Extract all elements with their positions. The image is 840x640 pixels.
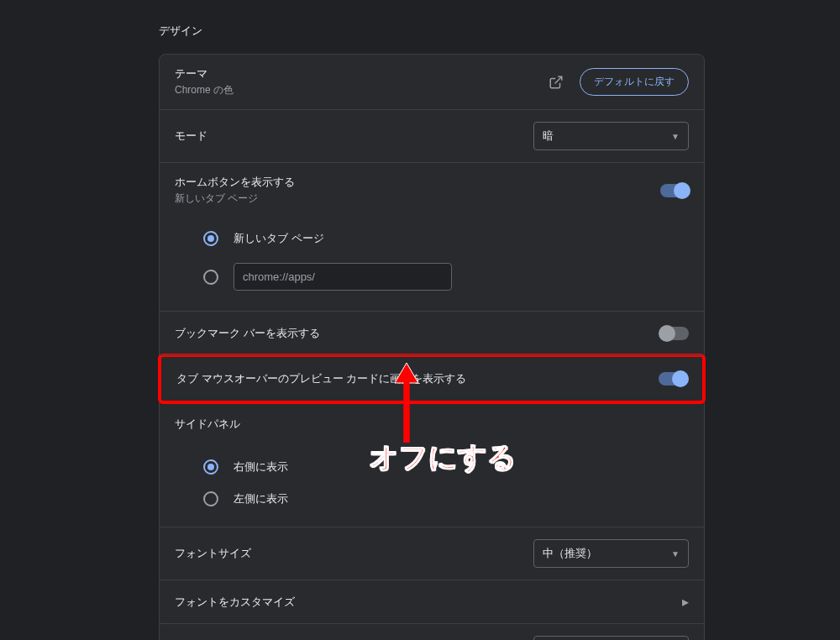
chevron-right-icon: ▸ — [682, 594, 689, 610]
font-size-select[interactable]: 中（推奨） ▼ — [533, 539, 689, 568]
radio-custom-url[interactable] — [203, 270, 218, 285]
bookmarks-bar-toggle[interactable] — [660, 327, 689, 340]
home-button-text: ホームボタンを表示する 新しいタブ ページ — [175, 175, 660, 206]
mode-label: モード — [175, 129, 207, 144]
home-button-options: 新しいタブ ページ — [160, 218, 704, 312]
page-zoom-row: ページのズーム 100% ▼ — [160, 624, 704, 640]
tab-hover-preview-label: タブ マウスオーバーのプレビュー カードに画像を表示する — [176, 371, 466, 386]
mode-value: 暗 — [543, 129, 554, 144]
theme-label: テーマ — [175, 66, 543, 81]
home-button-row: ホームボタンを表示する 新しいタブ ページ — [160, 163, 704, 218]
customize-fonts-label: フォントをカスタマイズ — [175, 595, 295, 610]
mode-row: モード 暗 ▼ — [160, 110, 704, 163]
svg-line-0 — [555, 76, 562, 83]
theme-sub: Chrome の色 — [175, 83, 543, 97]
home-button-label: ホームボタンを表示する — [175, 175, 660, 190]
bookmarks-bar-row: ブックマーク バーを表示する — [160, 312, 704, 355]
open-in-new-icon[interactable] — [543, 69, 570, 96]
annotation-text: オフにする — [370, 438, 517, 477]
radio-new-tab-line: 新しいタブ ページ — [175, 223, 689, 254]
radio-side-right[interactable] — [203, 459, 218, 475]
bookmarks-bar-label: ブックマーク バーを表示する — [175, 326, 320, 341]
radio-side-left-label: 左側に表示 — [234, 491, 288, 506]
radio-left-line: 左側に表示 — [175, 483, 689, 515]
tab-hover-preview-toggle[interactable] — [659, 372, 687, 386]
page-zoom-select[interactable]: 100% ▼ — [533, 636, 689, 640]
theme-row: テーマ Chrome の色 デフォルトに戻す — [160, 55, 704, 110]
home-button-toggle[interactable] — [660, 184, 689, 197]
settings-content: デザイン テーマ Chrome の色 デフォルトに戻す モード — [159, 24, 705, 640]
radio-side-left[interactable] — [203, 491, 218, 506]
highlight-tab-hover: タブ マウスオーバーのプレビュー カードに画像を表示する — [158, 354, 706, 404]
custom-url-input[interactable] — [234, 263, 452, 291]
settings-panel: テーマ Chrome の色 デフォルトに戻す モード 暗 ▼ — [159, 54, 705, 640]
reset-default-button[interactable]: デフォルトに戻す — [580, 68, 689, 96]
radio-url-line — [175, 254, 689, 299]
customize-fonts-row[interactable]: フォントをカスタマイズ ▸ — [160, 580, 704, 624]
home-button-sub: 新しいタブ ページ — [175, 191, 660, 206]
font-size-label: フォントサイズ — [175, 546, 251, 561]
mode-select[interactable]: 暗 ▼ — [533, 122, 689, 150]
section-title: デザイン — [159, 24, 705, 39]
radio-side-right-label: 右側に表示 — [234, 459, 288, 475]
theme-text: テーマ Chrome の色 — [175, 66, 543, 97]
radio-new-tab-label: 新しいタブ ページ — [234, 231, 324, 246]
side-panel-label: サイドパネル — [175, 417, 240, 432]
font-size-value: 中（推奨） — [543, 546, 597, 561]
radio-new-tab[interactable] — [203, 231, 218, 246]
caret-down-icon: ▼ — [671, 132, 680, 141]
caret-down-icon: ▼ — [671, 549, 680, 559]
tab-hover-preview-row: タブ マウスオーバーのプレビュー カードに画像を表示する — [161, 357, 702, 401]
font-size-row: フォントサイズ 中（推奨） ▼ — [160, 527, 704, 580]
